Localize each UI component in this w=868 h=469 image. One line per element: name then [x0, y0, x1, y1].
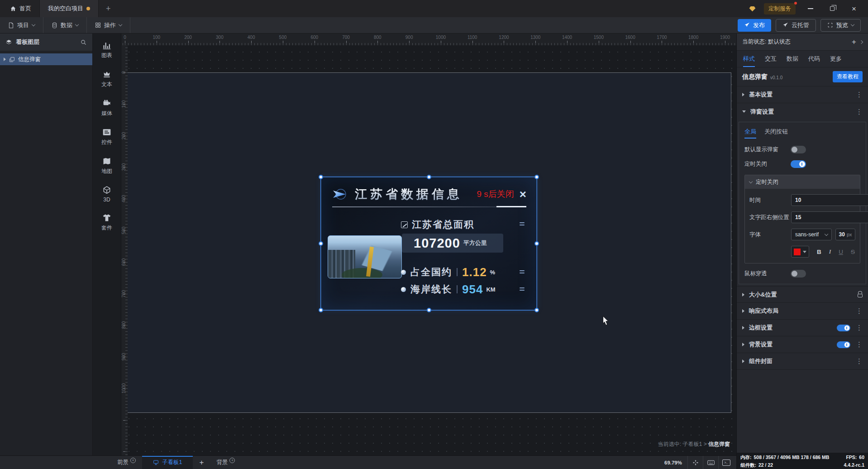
resize-handle-nw[interactable] [319, 175, 323, 179]
console-button[interactable]: >_ [718, 456, 734, 469]
tab-code[interactable]: 代码 [808, 51, 820, 67]
offset-input[interactable] [795, 214, 868, 220]
close-button[interactable]: × [847, 3, 861, 14]
rail-label: 媒体 [101, 110, 112, 117]
rail-item-charts[interactable]: 图表 [93, 39, 121, 61]
timed-close-toggle[interactable] [791, 160, 806, 168]
kebab-menu-icon[interactable]: ⋮ [856, 91, 863, 99]
add-circle-icon[interactable]: + [130, 458, 136, 463]
tab-home[interactable]: 首页 [0, 0, 39, 17]
background-toggle[interactable] [837, 341, 850, 348]
close-icon: × [852, 5, 856, 13]
kebab-menu-icon[interactable]: ⋮ [856, 108, 863, 116]
default-show-toggle[interactable] [791, 146, 806, 153]
section-popup-settings[interactable]: 弹窗设置 ⋮ [737, 103, 868, 120]
canvas[interactable]: 0100200300400500600700800900100011001200… [121, 34, 736, 455]
rail-item-media[interactable]: 媒体 [93, 97, 121, 119]
rail-item-kit[interactable]: 套件 [93, 211, 121, 234]
menu-data[interactable]: 数据 [43, 17, 87, 33]
fps-label: FPS: [846, 454, 857, 460]
bold-button[interactable]: B [817, 249, 821, 255]
ruler-label: 1200 [499, 35, 509, 40]
section-basic-settings[interactable]: 基本设置 ⋮ [737, 86, 868, 103]
custom-service-button[interactable]: 定制服务 [764, 3, 796, 14]
expand-caret-icon[interactable] [4, 57, 6, 61]
zoom-level[interactable]: 69.79% [659, 460, 687, 465]
background-tab[interactable]: 背景 + [210, 456, 241, 469]
timed-close-group-header[interactable]: 定时关闭 [745, 175, 860, 189]
ruler-label: 1400 [562, 35, 572, 40]
rail-item-text[interactable]: 文本 [93, 68, 121, 90]
font-size-unit: px [847, 232, 852, 237]
tab-project[interactable]: 我的空白项目 [39, 0, 99, 17]
chevron-right-icon[interactable] [859, 40, 863, 43]
search-icon[interactable] [80, 39, 87, 46]
new-tab-button[interactable]: + [99, 0, 118, 17]
time-input[interactable] [795, 197, 868, 203]
underline-button[interactable]: U [839, 249, 843, 255]
foreground-tab[interactable]: 前景 + [111, 456, 142, 469]
section-size-position[interactable]: 大小&位置 [737, 286, 868, 303]
rail-item-3d[interactable]: 3D [93, 184, 121, 205]
mouse-through-toggle[interactable] [791, 270, 806, 278]
add-board-button[interactable]: + [193, 456, 210, 469]
tab-style[interactable]: 样式 [743, 51, 755, 67]
time-input-box: 秒 [791, 194, 868, 206]
cloud-host-button[interactable]: 云托管 [776, 19, 816, 32]
fit-view-button[interactable] [687, 456, 703, 469]
font-label: 字体 [749, 231, 791, 239]
coast-value: 954 [462, 282, 483, 297]
resize-handle-sw[interactable] [319, 308, 323, 312]
preview-button[interactable]: 预览 [820, 19, 861, 32]
menu-actions[interactable]: 操作 [87, 17, 130, 33]
color-picker[interactable] [791, 246, 809, 258]
section-responsive-layout[interactable]: 响应式布局 ⋮ [737, 303, 868, 320]
section-component-cover[interactable]: 组件封面 ⋮ [737, 353, 868, 370]
italic-button[interactable]: I [829, 248, 831, 255]
kebab-menu-icon[interactable]: ⋮ [856, 307, 863, 315]
popup-close-icon[interactable]: × [520, 188, 526, 200]
kebab-menu-icon[interactable]: ⋮ [856, 324, 863, 332]
ruler-label: 600 [310, 35, 318, 40]
kebab-menu-icon[interactable]: ⋮ [856, 340, 863, 349]
menu-project[interactable]: 项目 [0, 17, 43, 33]
add-state-button[interactable]: + [852, 38, 856, 47]
tab-interaction[interactable]: 交互 [765, 51, 777, 67]
font-size-box[interactable]: 30 px [835, 229, 855, 240]
add-circle-icon[interactable]: + [229, 458, 235, 463]
resize-handle-ne[interactable] [534, 175, 539, 179]
kebab-menu-icon[interactable]: ⋮ [856, 357, 863, 365]
layers-panel-header: 看板图层 [0, 34, 92, 51]
strikethrough-button[interactable]: S [851, 249, 855, 255]
border-toggle[interactable] [837, 325, 850, 331]
maximize-button[interactable] [825, 3, 839, 14]
rail-item-controls[interactable]: 控件 [93, 126, 121, 148]
section-background-settings[interactable]: 背景设置 ⋮ [737, 336, 868, 353]
resize-handle-w[interactable] [319, 241, 323, 246]
group-title: 定时关闭 [756, 178, 778, 186]
tab-more[interactable]: 更多 [830, 51, 842, 67]
memory-label: 内存: [740, 454, 752, 460]
popup-widget[interactable]: 江苏省数据信息 9 s后关闭 × 江苏省总面积 107200 [321, 177, 537, 310]
layer-item-popup[interactable]: 信息弹窗 [0, 53, 92, 65]
lock-icon[interactable] [858, 294, 863, 297]
shortcut-keyboard-button[interactable] [703, 456, 718, 469]
font-family-select[interactable]: sans-serif [791, 229, 832, 240]
ruler-label: 0 [124, 35, 126, 40]
tutorial-button[interactable]: 查看教程 [833, 71, 863, 82]
subboard-tab[interactable]: 子看板1 [142, 456, 193, 469]
area-value: 107200 [414, 236, 460, 251]
tab-close-button[interactable]: 关闭按钮 [764, 128, 788, 139]
popup-title: 江苏省数据信息 [355, 186, 463, 202]
tab-data[interactable]: 数据 [787, 51, 798, 67]
tab-global[interactable]: 全局 [744, 128, 756, 139]
resize-handle-n[interactable] [427, 175, 431, 179]
resize-handle-s[interactable] [427, 308, 431, 312]
rail-item-map[interactable]: 地图 [93, 155, 121, 177]
section-border-settings[interactable]: 边框设置 ⋮ [737, 320, 868, 336]
minimize-button[interactable] [804, 3, 817, 14]
resize-handle-e[interactable] [534, 241, 539, 246]
publish-button[interactable]: 发布 [738, 19, 771, 32]
ruler-label: 200 [121, 131, 127, 141]
resize-handle-se[interactable] [534, 308, 539, 312]
